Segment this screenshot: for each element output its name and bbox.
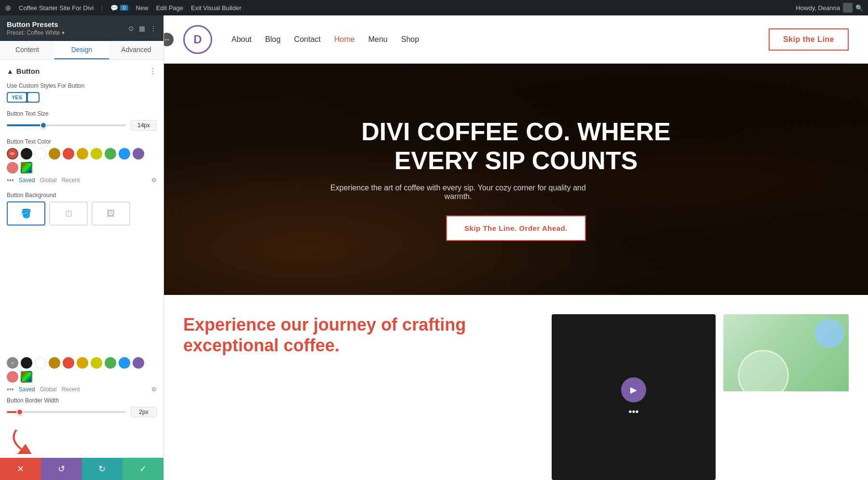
site-nav: ↔ D About Blog Contact Home Menu Shop Sk… (164, 15, 868, 64)
edit-page-button[interactable]: Edit Page (156, 4, 183, 12)
chevron-up-icon[interactable]: ▲ (7, 67, 14, 75)
text-size-value[interactable]: 14px (131, 120, 157, 131)
border-width-thumb[interactable] (16, 409, 23, 415)
toggle-yes-label: YES (8, 93, 26, 102)
text-color-swatches: ✏ (7, 148, 157, 173)
sec-swatch-black[interactable] (21, 357, 32, 369)
undo-button[interactable]: ↺ (41, 458, 82, 480)
cancel-button[interactable]: ✕ (0, 458, 41, 480)
color-swatch-yellow-green[interactable] (91, 148, 102, 160)
nav-shop[interactable]: Shop (401, 35, 419, 44)
sec-swatch-custom[interactable] (21, 371, 32, 383)
nav-contact[interactable]: Contact (294, 35, 321, 44)
sec-recent-label: Recent (61, 386, 80, 393)
nav-edit-arrow[interactable]: ↔ (164, 33, 174, 46)
bg-image-option[interactable]: 🖼 (92, 201, 130, 226)
text-size-label: Button Text Size (7, 110, 157, 117)
red-arrow-section (0, 425, 163, 458)
howdy-text: Howdy, Deanna (796, 4, 840, 12)
color-swatch-purple[interactable] (133, 148, 144, 160)
text-color-label: Button Text Color (7, 138, 157, 145)
focus-icon[interactable]: ⊙ (128, 25, 134, 32)
nav-about[interactable]: About (231, 35, 252, 44)
text-size-field: Button Text Size 14px (7, 110, 157, 131)
wp-logo-icon[interactable]: ⊕ (5, 3, 11, 13)
border-width-value[interactable]: 2px (131, 407, 157, 417)
redo-button[interactable]: ↻ (82, 458, 123, 480)
search-icon[interactable]: 🔍 (855, 4, 863, 12)
hero-cta-button[interactable]: Skip The Line. Order Ahead. (446, 215, 586, 241)
confirm-button[interactable]: ✓ (122, 458, 163, 480)
hero-subtitle: Experience the art of coffee with every … (323, 184, 593, 201)
border-width-slider[interactable] (7, 411, 126, 413)
nav-blog[interactable]: Blog (265, 35, 281, 44)
saved-label: Saved (19, 177, 35, 184)
color-labels: ••• Saved Global Recent ⚙ (7, 176, 157, 184)
custom-styles-label: Use Custom Styles For Button (7, 82, 157, 89)
sec-swatch-yg[interactable] (91, 357, 102, 369)
separator: | (101, 4, 103, 12)
sec-swatch-white[interactable] (35, 357, 46, 369)
text-size-slider[interactable] (7, 124, 126, 126)
bg-options: 🪣 ⊡ 🖼 (7, 201, 157, 226)
section-options-icon[interactable]: ⋮ (149, 67, 157, 76)
color-swatch-black[interactable] (21, 148, 32, 160)
color-swatch-custom[interactable] (21, 162, 32, 173)
sec-color-settings-icon[interactable]: ⚙ (151, 386, 157, 393)
tab-content[interactable]: Content (0, 41, 54, 59)
nav-menu[interactable]: Menu (368, 35, 388, 44)
panel-subtitle[interactable]: Preset: Coffee White ▾ (7, 29, 65, 36)
more-options-icon[interactable]: ⋮ (150, 25, 157, 32)
tab-advanced[interactable]: Advanced (109, 41, 163, 59)
site-name[interactable]: Coffee Starter Site For Divi (19, 4, 94, 12)
color-settings-icon[interactable]: ⚙ (151, 177, 157, 184)
nav-cta-button[interactable]: Skip the Line (769, 28, 849, 51)
sec-swatch-pink[interactable] (7, 371, 18, 383)
columns-icon[interactable]: ▦ (139, 25, 145, 32)
color-dots-icon[interactable]: ••• (7, 176, 14, 184)
hero-section: DIVI COFFEE CO. WHERE EVERY SIP COUNTS E… (164, 64, 868, 295)
sec-swatch-blue[interactable] (119, 357, 130, 369)
bg-fill-icon: 🪣 (21, 208, 31, 219)
color-swatch-brown[interactable] (49, 148, 60, 160)
color-swatch-gold[interactable] (77, 148, 88, 160)
secondary-color-section: ○ ••• Saved Global Recent ⚙ (0, 357, 163, 425)
secondary-color-picker-icon[interactable]: ○ (7, 357, 18, 369)
color-swatch-blue[interactable] (119, 148, 130, 160)
sec-color-dots-icon[interactable]: ••• (7, 386, 14, 393)
color-swatch-white[interactable] (35, 148, 46, 160)
sec-swatch-brown[interactable] (49, 357, 60, 369)
color-picker-icon[interactable]: ✏ (7, 148, 18, 160)
play-dots[interactable]: ••• (628, 406, 638, 417)
section-title: ▲ Button (7, 67, 40, 75)
panel-tabs: Content Design Advanced (0, 41, 163, 60)
left-panel: Button Presets Preset: Coffee White ▾ ⊙ … (0, 15, 164, 480)
sec-swatch-red[interactable] (63, 357, 74, 369)
user-info: Howdy, Deanna 🔍 (796, 3, 863, 13)
bg-gradient-option[interactable]: ⊡ (49, 201, 88, 226)
sec-swatch-gold[interactable] (77, 357, 88, 369)
comments-icon[interactable]: 💬 0 (110, 4, 128, 12)
confirm-icon: ✓ (139, 464, 147, 474)
redo-icon: ↻ (98, 464, 106, 474)
sec-swatch-green[interactable] (105, 357, 116, 369)
custom-styles-toggle[interactable]: YES (7, 92, 40, 103)
play-button[interactable]: ▶ (621, 377, 646, 402)
bottom-action-bar: ✕ ↺ ↻ ✓ (0, 458, 163, 480)
wp-admin-bar: ⊕ Coffee Starter Site For Divi | 💬 0 New… (0, 0, 868, 15)
comment-count: 0 (120, 5, 128, 11)
text-size-thumb[interactable] (40, 122, 47, 129)
nav-home[interactable]: Home (334, 35, 355, 44)
color-swatch-pink[interactable] (7, 162, 18, 173)
bg-image-icon: 🖼 (107, 209, 115, 219)
exit-builder-button[interactable]: Exit Visual Builder (191, 4, 242, 12)
hero-title: DIVI COFFEE CO. WHERE EVERY SIP COUNTS (323, 118, 709, 175)
panel-title: Button Presets (7, 20, 65, 28)
color-swatch-green[interactable] (105, 148, 116, 160)
undo-icon: ↺ (58, 464, 65, 474)
color-swatch-red[interactable] (63, 148, 74, 160)
sec-swatch-purple[interactable] (133, 357, 144, 369)
new-button[interactable]: New (136, 4, 149, 12)
tab-design[interactable]: Design (54, 41, 109, 59)
bg-color-option[interactable]: 🪣 (7, 201, 45, 226)
